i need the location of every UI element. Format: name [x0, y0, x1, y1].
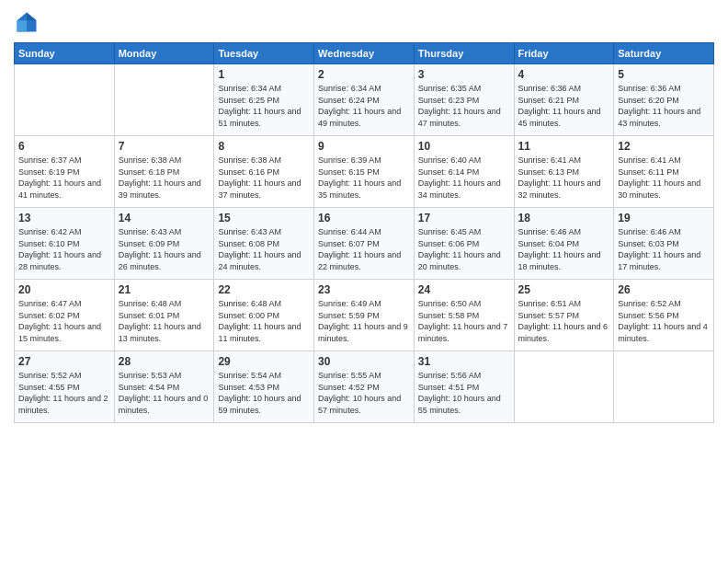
day-number: 29: [218, 355, 310, 368]
day-info: Sunrise: 6:38 AM Sunset: 6:18 PM Dayligh…: [119, 155, 210, 201]
day-number: 10: [418, 140, 510, 153]
day-number: 23: [318, 283, 410, 296]
calendar-cell: 6Sunrise: 6:37 AM Sunset: 6:19 PM Daylig…: [15, 136, 115, 208]
calendar-cell: 20Sunrise: 6:47 AM Sunset: 6:02 PM Dayli…: [15, 280, 115, 351]
calendar-cell: 11Sunrise: 6:41 AM Sunset: 6:13 PM Dayli…: [514, 136, 614, 208]
calendar-cell: 14Sunrise: 6:43 AM Sunset: 6:09 PM Dayli…: [114, 208, 214, 280]
day-number: 20: [18, 283, 110, 296]
calendar-header: SundayMondayTuesdayWednesdayThursdayFrid…: [15, 43, 714, 64]
calendar-cell: 15Sunrise: 6:43 AM Sunset: 6:08 PM Dayli…: [214, 208, 314, 280]
calendar-cell: 25Sunrise: 6:51 AM Sunset: 5:57 PM Dayli…: [514, 280, 614, 351]
day-info: Sunrise: 6:36 AM Sunset: 6:20 PM Dayligh…: [618, 83, 710, 129]
day-info: Sunrise: 6:43 AM Sunset: 6:09 PM Dayligh…: [119, 226, 210, 272]
calendar-cell: 26Sunrise: 6:52 AM Sunset: 5:56 PM Dayli…: [614, 280, 714, 351]
calendar-cell: 28Sunrise: 5:53 AM Sunset: 4:54 PM Dayli…: [114, 351, 214, 423]
svg-marker-2: [17, 20, 28, 31]
day-number: 13: [18, 212, 110, 224]
day-number: 27: [18, 355, 110, 368]
calendar-cell: 2Sunrise: 6:34 AM Sunset: 6:24 PM Daylig…: [314, 64, 415, 136]
week-row-2: 6Sunrise: 6:37 AM Sunset: 6:19 PM Daylig…: [15, 136, 714, 208]
day-number: 9: [318, 140, 410, 153]
page-header: [14, 9, 714, 35]
day-number: 12: [618, 140, 710, 153]
day-info: Sunrise: 6:48 AM Sunset: 6:00 PM Dayligh…: [218, 298, 310, 344]
calendar-cell: 4Sunrise: 6:36 AM Sunset: 6:21 PM Daylig…: [514, 64, 614, 136]
day-info: Sunrise: 6:35 AM Sunset: 6:23 PM Dayligh…: [418, 83, 510, 129]
week-row-4: 20Sunrise: 6:47 AM Sunset: 6:02 PM Dayli…: [15, 280, 714, 351]
day-number: 19: [618, 212, 710, 224]
calendar-cell: 29Sunrise: 5:54 AM Sunset: 4:53 PM Dayli…: [214, 351, 314, 423]
calendar-cell: 1Sunrise: 6:34 AM Sunset: 6:25 PM Daylig…: [214, 64, 314, 136]
calendar-cell: 3Sunrise: 6:35 AM Sunset: 6:23 PM Daylig…: [414, 64, 514, 136]
day-info: Sunrise: 6:46 AM Sunset: 6:04 PM Dayligh…: [518, 226, 610, 272]
day-number: 17: [418, 212, 510, 224]
calendar-cell: 21Sunrise: 6:48 AM Sunset: 6:01 PM Dayli…: [114, 280, 214, 351]
day-number: 30: [318, 355, 410, 368]
day-info: Sunrise: 5:55 AM Sunset: 4:52 PM Dayligh…: [318, 370, 410, 416]
calendar-cell: 5Sunrise: 6:36 AM Sunset: 6:20 PM Daylig…: [614, 64, 714, 136]
calendar-cell: [15, 64, 115, 136]
calendar-cell: 19Sunrise: 6:46 AM Sunset: 6:03 PM Dayli…: [614, 208, 714, 280]
day-number: 11: [518, 140, 610, 153]
day-number: 2: [318, 68, 410, 81]
day-number: 6: [18, 140, 110, 153]
day-number: 7: [119, 140, 210, 153]
calendar-cell: 16Sunrise: 6:44 AM Sunset: 6:07 PM Dayli…: [314, 208, 415, 280]
header-wednesday: Wednesday: [314, 43, 415, 64]
header-saturday: Saturday: [614, 43, 714, 64]
day-info: Sunrise: 6:40 AM Sunset: 6:14 PM Dayligh…: [418, 155, 510, 201]
calendar-cell: 24Sunrise: 6:50 AM Sunset: 5:58 PM Dayli…: [414, 280, 514, 351]
day-number: 3: [418, 68, 510, 81]
header-monday: Monday: [114, 43, 214, 64]
day-info: Sunrise: 6:51 AM Sunset: 5:57 PM Dayligh…: [518, 298, 610, 344]
calendar-cell: [114, 64, 214, 136]
day-info: Sunrise: 6:48 AM Sunset: 6:01 PM Dayligh…: [119, 298, 210, 344]
logo: [14, 9, 43, 35]
day-info: Sunrise: 6:34 AM Sunset: 6:25 PM Dayligh…: [218, 83, 310, 129]
day-number: 5: [618, 68, 710, 81]
calendar-cell: 18Sunrise: 6:46 AM Sunset: 6:04 PM Dayli…: [514, 208, 614, 280]
calendar-cell: 9Sunrise: 6:39 AM Sunset: 6:15 PM Daylig…: [314, 136, 415, 208]
day-info: Sunrise: 6:37 AM Sunset: 6:19 PM Dayligh…: [18, 155, 110, 201]
day-info: Sunrise: 6:49 AM Sunset: 5:59 PM Dayligh…: [318, 298, 410, 344]
calendar-cell: 13Sunrise: 6:42 AM Sunset: 6:10 PM Dayli…: [15, 208, 115, 280]
day-info: Sunrise: 5:52 AM Sunset: 4:55 PM Dayligh…: [18, 370, 110, 416]
day-number: 14: [119, 212, 210, 224]
calendar-cell: 23Sunrise: 6:49 AM Sunset: 5:59 PM Dayli…: [314, 280, 415, 351]
logo-icon: [14, 9, 40, 35]
day-number: 4: [518, 68, 610, 81]
calendar-body: 1Sunrise: 6:34 AM Sunset: 6:25 PM Daylig…: [15, 64, 714, 423]
week-row-3: 13Sunrise: 6:42 AM Sunset: 6:10 PM Dayli…: [15, 208, 714, 280]
day-info: Sunrise: 6:34 AM Sunset: 6:24 PM Dayligh…: [318, 83, 410, 129]
day-number: 25: [518, 283, 610, 296]
day-info: Sunrise: 6:38 AM Sunset: 6:16 PM Dayligh…: [218, 155, 310, 201]
day-number: 1: [218, 68, 310, 81]
header-tuesday: Tuesday: [214, 43, 314, 64]
header-row: SundayMondayTuesdayWednesdayThursdayFrid…: [15, 43, 714, 64]
day-info: Sunrise: 6:45 AM Sunset: 6:06 PM Dayligh…: [418, 226, 510, 272]
calendar-cell: 22Sunrise: 6:48 AM Sunset: 6:00 PM Dayli…: [214, 280, 314, 351]
day-info: Sunrise: 6:43 AM Sunset: 6:08 PM Dayligh…: [218, 226, 310, 272]
calendar-cell: [514, 351, 614, 423]
calendar-cell: 30Sunrise: 5:55 AM Sunset: 4:52 PM Dayli…: [314, 351, 415, 423]
day-info: Sunrise: 6:36 AM Sunset: 6:21 PM Dayligh…: [518, 83, 610, 129]
header-friday: Friday: [514, 43, 614, 64]
day-info: Sunrise: 6:46 AM Sunset: 6:03 PM Dayligh…: [618, 226, 710, 272]
calendar-cell: 8Sunrise: 6:38 AM Sunset: 6:16 PM Daylig…: [214, 136, 314, 208]
week-row-1: 1Sunrise: 6:34 AM Sunset: 6:25 PM Daylig…: [15, 64, 714, 136]
day-info: Sunrise: 6:47 AM Sunset: 6:02 PM Dayligh…: [18, 298, 110, 344]
day-info: Sunrise: 6:42 AM Sunset: 6:10 PM Dayligh…: [18, 226, 110, 272]
day-info: Sunrise: 6:39 AM Sunset: 6:15 PM Dayligh…: [318, 155, 410, 201]
day-number: 26: [618, 283, 710, 296]
day-info: Sunrise: 6:50 AM Sunset: 5:58 PM Dayligh…: [418, 298, 510, 344]
calendar-table: SundayMondayTuesdayWednesdayThursdayFrid…: [14, 42, 714, 423]
day-number: 21: [119, 283, 210, 296]
day-info: Sunrise: 6:41 AM Sunset: 6:13 PM Dayligh…: [518, 155, 610, 201]
calendar-cell: 7Sunrise: 6:38 AM Sunset: 6:18 PM Daylig…: [114, 136, 214, 208]
calendar-cell: 27Sunrise: 5:52 AM Sunset: 4:55 PM Dayli…: [15, 351, 115, 423]
day-info: Sunrise: 5:53 AM Sunset: 4:54 PM Dayligh…: [119, 370, 210, 416]
calendar-cell: [614, 351, 714, 423]
main-container: SundayMondayTuesdayWednesdayThursdayFrid…: [0, 0, 728, 432]
day-number: 28: [119, 355, 210, 368]
day-number: 18: [518, 212, 610, 224]
